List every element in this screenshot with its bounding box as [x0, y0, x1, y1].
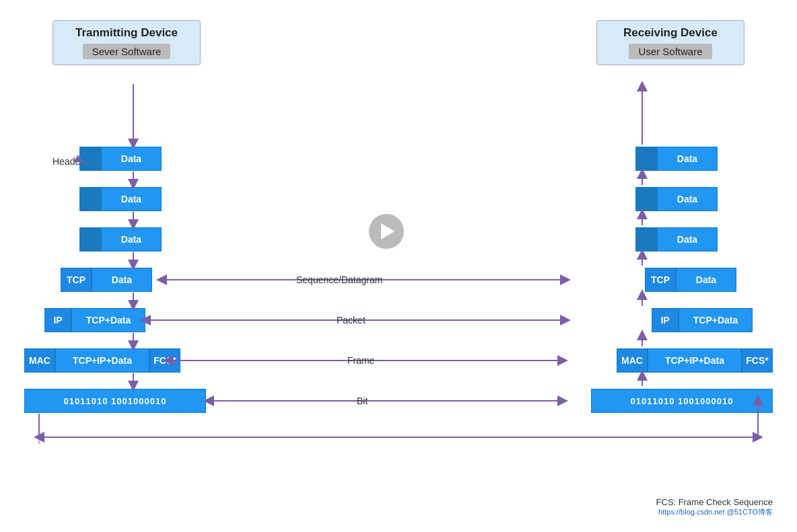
arrows-overlay: [0, 0, 797, 532]
diagram-container: Tranmitting Device Sever Software Receiv…: [0, 0, 797, 532]
right-data-cell-3: Data: [657, 227, 718, 252]
right-mac-tcpipdata-cell: TCP+IP+Data: [648, 348, 742, 373]
left-header-cell-1: [79, 147, 101, 171]
right-data-block-1: Data: [635, 147, 718, 171]
right-data-cell-2: Data: [657, 187, 718, 211]
left-bit-cell: 01011010 1001000010: [24, 389, 206, 413]
transmitter-device-box: Tranmitting Device Sever Software: [53, 20, 201, 65]
footer-url: https://blog.csdn.net @51CTO博客: [656, 507, 773, 517]
right-header-cell-2: [635, 187, 657, 211]
right-tcp-data-cell: Data: [676, 268, 736, 292]
packet-label: Packet: [337, 315, 366, 326]
receiver-device-box: Receiving Device User Software: [596, 20, 744, 65]
footer: FCS: Frame Check Sequence https://blog.c…: [656, 497, 773, 517]
left-mac-tcpipdata-cell: TCP+IP+Data: [55, 348, 149, 373]
left-header-cell-2: [79, 187, 101, 211]
right-bit-block: 01011010 1001000010: [591, 389, 773, 413]
transmitter-subtitle: Sever Software: [83, 44, 171, 59]
left-tcp-data-cell: Data: [92, 268, 152, 292]
left-data-cell-1: Data: [101, 147, 162, 171]
right-data-block-2: Data: [635, 187, 718, 211]
right-tcp-data-block: TCP Data: [645, 268, 736, 292]
transmitter-title: Tranmitting Device: [65, 26, 188, 40]
right-header-cell-3: [635, 227, 657, 252]
left-data-block-1: Data: [79, 147, 162, 171]
receiver-subtitle: User Software: [629, 44, 712, 59]
left-mac-block: MAC TCP+IP+Data FCS*: [24, 348, 180, 373]
right-mac-cell: MAC: [617, 348, 648, 373]
right-tcp-cell: TCP: [645, 268, 676, 292]
left-mac-cell: MAC: [24, 348, 55, 373]
left-bit-block: 01011010 1001000010: [24, 389, 206, 413]
bit-label: Bit: [357, 395, 368, 406]
left-ip-cell: IP: [44, 308, 71, 332]
right-data-block-3: Data: [635, 227, 718, 252]
left-data-block-3: Data: [79, 227, 162, 252]
right-ip-block: IP TCP+Data: [652, 308, 753, 332]
left-ip-tcpdata-cell: TCP+Data: [71, 308, 145, 332]
receiver-title: Receiving Device: [609, 26, 732, 40]
right-mac-block: MAC TCP+IP+Data FCS*: [617, 348, 773, 373]
left-data-cell-3: Data: [101, 227, 162, 252]
left-data-cell-2: Data: [101, 187, 162, 211]
fcs-note: FCS: Frame Check Sequence: [656, 497, 773, 507]
right-data-cell-1: Data: [657, 147, 718, 171]
left-tcp-cell: TCP: [61, 268, 92, 292]
right-fcs-cell: FCS*: [742, 348, 773, 373]
play-icon: [381, 223, 394, 239]
left-tcp-data-block: TCP Data: [61, 268, 152, 292]
right-ip-tcpdata-cell: TCP+Data: [679, 308, 753, 332]
play-button[interactable]: [369, 214, 404, 249]
left-header-cell-3: [79, 227, 101, 252]
frame-label: Frame: [347, 355, 374, 366]
right-bit-cell: 01011010 1001000010: [591, 389, 773, 413]
sequence-label: Sequence/Datagram: [296, 274, 382, 285]
left-fcs-cell: FCS*: [149, 348, 180, 373]
right-header-cell-1: [635, 147, 657, 171]
right-ip-cell: IP: [652, 308, 679, 332]
left-ip-block: IP TCP+Data: [44, 308, 145, 332]
left-data-block-2: Data: [79, 187, 162, 211]
